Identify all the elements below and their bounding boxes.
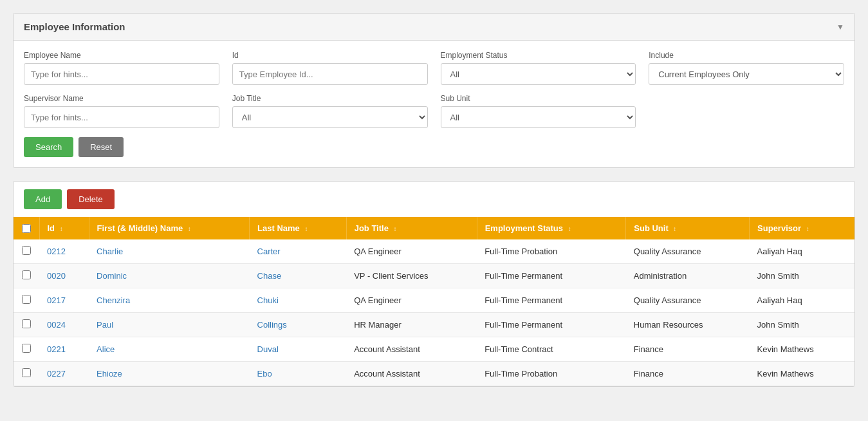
row-id: 0221 <box>39 337 89 362</box>
row-last-name-link[interactable]: Chuki <box>257 295 279 305</box>
row-job-title: Account Assistant <box>346 337 477 362</box>
row-id: 0227 <box>39 362 89 386</box>
id-label: Id <box>232 51 428 60</box>
row-first-name-link[interactable]: Dominic <box>97 271 127 281</box>
select-all-checkbox[interactable] <box>22 224 31 233</box>
row-id-link[interactable]: 0227 <box>47 369 66 379</box>
row-last-name: Carter <box>250 239 347 264</box>
row-first-name: Dominic <box>89 264 249 288</box>
include-group: Include Current Employees Only <box>649 51 844 85</box>
supervisor-name-group: Supervisor Name <box>24 94 219 128</box>
sub-unit-select[interactable]: All <box>441 106 636 128</box>
row-last-name: Chuki <box>250 288 347 313</box>
table-row: 0221 Alice Duval Account Assistant Full-… <box>14 337 854 362</box>
form-row-2: Supervisor Name Job Title All Sub Unit A… <box>24 94 844 128</box>
table-row: 0212 Charlie Carter QA Engineer Full-Tim… <box>14 239 854 264</box>
row-last-name-link[interactable]: Duval <box>257 344 279 354</box>
row-employment-status: Full-Time Probation <box>477 362 626 386</box>
col-id-label: Id <box>48 223 55 233</box>
row-id-link[interactable]: 0221 <box>47 344 66 354</box>
row-job-title: VP - Client Services <box>346 264 477 288</box>
job-title-select[interactable]: All <box>232 106 428 128</box>
row-first-name-link[interactable]: Paul <box>97 320 113 330</box>
employment-status-select[interactable]: All <box>441 63 636 85</box>
row-checkbox[interactable] <box>22 368 31 377</box>
include-select[interactable]: Current Employees Only <box>649 63 844 85</box>
row-id-link[interactable]: 0024 <box>47 320 66 330</box>
delete-button[interactable]: Delete <box>67 189 115 209</box>
employee-name-group: Employee Name <box>24 51 219 85</box>
panel-toggle-icon[interactable]: ▼ <box>836 23 844 32</box>
supervisor-name-label: Supervisor Name <box>24 94 219 103</box>
col-employment-status[interactable]: Employment Status ↕ <box>477 217 626 239</box>
row-id-link[interactable]: 0217 <box>47 295 66 305</box>
row-first-name: Paul <box>89 313 249 337</box>
job-title-group: Job Title All <box>232 94 428 128</box>
row-sub-unit: Finance <box>626 337 750 362</box>
table-row: 0020 Dominic Chase VP - Client Services … <box>14 264 854 288</box>
employee-name-label: Employee Name <box>24 51 219 60</box>
row-checkbox[interactable] <box>22 319 31 328</box>
row-last-name-link[interactable]: Carter <box>257 247 281 256</box>
row-supervisor: Kevin Mathews <box>750 337 854 362</box>
col-job-title-label: Job Title <box>355 223 389 233</box>
col-last-name[interactable]: Last Name ↕ <box>250 217 347 239</box>
employee-table: Id ↕ First (& Middle) Name ↕ Last Name ↕… <box>14 217 854 386</box>
row-id: 0217 <box>39 288 89 313</box>
row-last-name-link[interactable]: Collings <box>257 320 287 330</box>
row-first-name: Charlie <box>89 239 249 264</box>
col-sub-unit[interactable]: Sub Unit ↕ <box>626 217 750 239</box>
employee-name-input[interactable] <box>24 63 219 85</box>
row-supervisor: Aaliyah Haq <box>750 239 854 264</box>
row-checkbox[interactable] <box>22 344 31 353</box>
table-row: 0024 Paul Collings HR Manager Full-Time … <box>14 313 854 337</box>
row-last-name: Collings <box>250 313 347 337</box>
row-sub-unit: Administration <box>626 264 750 288</box>
col-supervisor-label: Supervisor <box>757 223 801 233</box>
add-button[interactable]: Add <box>24 189 62 209</box>
employment-status-group: Employment Status All <box>441 51 636 85</box>
row-checkbox-cell <box>14 239 39 264</box>
row-supervisor: John Smith <box>750 264 854 288</box>
col-first-name[interactable]: First (& Middle) Name ↕ <box>89 217 249 239</box>
row-first-name-link[interactable]: Charlie <box>97 247 123 256</box>
row-first-name-link[interactable]: Chenzira <box>97 295 130 305</box>
col-first-name-sort-icon: ↕ <box>188 225 191 232</box>
row-id-link[interactable]: 0212 <box>47 247 66 256</box>
row-checkbox[interactable] <box>22 246 31 255</box>
row-employment-status: Full-Time Contract <box>477 337 626 362</box>
col-supervisor[interactable]: Supervisor ↕ <box>750 217 854 239</box>
row-first-name-link[interactable]: Alice <box>97 344 115 354</box>
col-job-title[interactable]: Job Title ↕ <box>346 217 477 239</box>
supervisor-name-input[interactable] <box>24 106 219 128</box>
row-id-link[interactable]: 0020 <box>47 271 66 281</box>
row-last-name-link[interactable]: Chase <box>257 271 282 281</box>
row-job-title: Account Assistant <box>346 362 477 386</box>
row-checkbox-cell <box>14 362 39 386</box>
row-id: 0024 <box>39 313 89 337</box>
reset-button[interactable]: Reset <box>78 137 124 157</box>
row-employment-status: Full-Time Permanent <box>477 288 626 313</box>
row-job-title: HR Manager <box>346 313 477 337</box>
row-employment-status: Full-Time Probation <box>477 239 626 264</box>
table-toolbar: Add Delete <box>14 182 854 217</box>
row-checkbox-cell <box>14 288 39 313</box>
row-first-name: Alice <box>89 337 249 362</box>
col-employment-status-label: Employment Status <box>485 223 563 233</box>
row-last-name-link[interactable]: Ebo <box>257 369 272 379</box>
id-input[interactable] <box>232 63 428 85</box>
row-checkbox-cell <box>14 313 39 337</box>
row-checkbox[interactable] <box>22 270 31 279</box>
row-sub-unit: Finance <box>626 362 750 386</box>
sub-unit-group: Sub Unit All <box>441 94 636 128</box>
search-button[interactable]: Search <box>24 137 73 157</box>
row-id: 0020 <box>39 264 89 288</box>
select-all-column <box>14 217 39 239</box>
row-first-name-link[interactable]: Ehioze <box>97 369 122 379</box>
col-id[interactable]: Id ↕ <box>39 217 89 239</box>
row-sub-unit: Quality Assurance <box>626 288 750 313</box>
col-employment-status-sort-icon: ↕ <box>568 225 571 232</box>
row-checkbox[interactable] <box>22 295 31 304</box>
row-supervisor: Kevin Mathews <box>750 362 854 386</box>
row-sub-unit: Quality Assurance <box>626 239 750 264</box>
